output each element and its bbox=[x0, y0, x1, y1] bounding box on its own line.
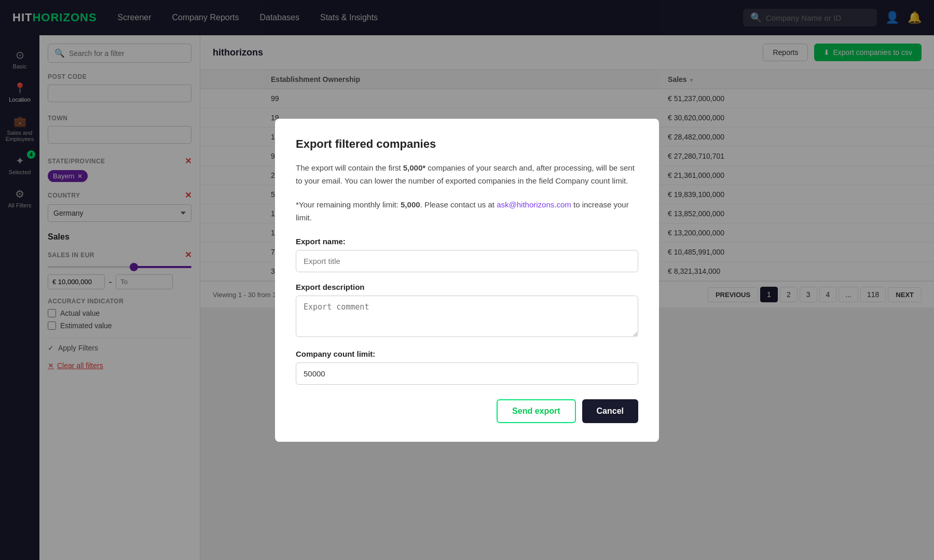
modal-limit-bold: 5,000* bbox=[403, 163, 425, 172]
send-export-button[interactable]: Send export bbox=[497, 399, 575, 423]
modal-monthly-limit: 5,000 bbox=[401, 200, 420, 209]
modal-overlay[interactable]: Export filtered companies The export wil… bbox=[0, 0, 934, 560]
modal-email-link[interactable]: ask@hithorizons.com bbox=[497, 200, 571, 209]
export-modal: Export filtered companies The export wil… bbox=[275, 119, 659, 442]
modal-actions: Send export Cancel bbox=[296, 399, 638, 423]
export-desc-textarea[interactable] bbox=[296, 296, 638, 337]
company-count-label: Company count limit: bbox=[296, 349, 638, 358]
modal-subtext: *Your remaining monthly limit: 5,000. Pl… bbox=[296, 198, 638, 225]
export-name-input[interactable] bbox=[296, 250, 638, 272]
company-count-input[interactable] bbox=[296, 362, 638, 385]
cancel-button[interactable]: Cancel bbox=[582, 399, 638, 423]
export-name-label: Export name: bbox=[296, 237, 638, 246]
modal-title: Export filtered companies bbox=[296, 137, 638, 151]
export-desc-label: Export description bbox=[296, 283, 638, 291]
modal-body-text: The export will contain the first 5,000*… bbox=[296, 161, 638, 188]
